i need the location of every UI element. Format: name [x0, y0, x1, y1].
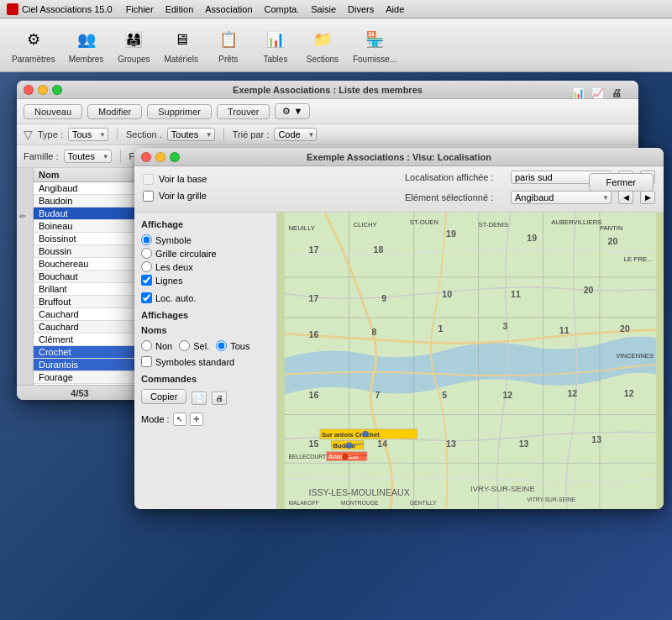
visu-header-controls: Voir la base Voir la grille Localisation…	[134, 166, 664, 213]
supprimer-button[interactable]: Supprimer	[147, 104, 212, 119]
prets-icon: 📋	[215, 26, 242, 53]
svg-text:ST-OUEN: ST-OUEN	[410, 218, 438, 226]
divider-3	[120, 150, 121, 163]
radio-non[interactable]: Non	[141, 340, 172, 351]
famille-select[interactable]: Toutes	[64, 150, 112, 163]
gear-menu-button[interactable]: ⚙ ▼	[275, 103, 310, 119]
menu-divers[interactable]: Divers	[348, 4, 374, 14]
voir-grille-checkbox[interactable]	[143, 191, 154, 202]
visu-maximize-button[interactable]	[170, 152, 180, 162]
famille-label: Famille :	[24, 151, 59, 161]
svg-text:9: 9	[381, 293, 386, 303]
svg-text:13: 13	[519, 439, 529, 449]
tables-icon: 📊	[262, 26, 289, 53]
visu-minimize-button[interactable]	[155, 152, 165, 162]
voir-base-checkbox-label[interactable]: Voir la base	[143, 174, 207, 185]
radio-sel-input[interactable]	[179, 340, 190, 351]
toolbar-btn-sections[interactable]: 📁 Sections	[301, 23, 344, 67]
menu-edition[interactable]: Edition	[165, 4, 194, 14]
loc-auto-checkbox[interactable]: Loc. auto.	[141, 292, 270, 303]
minimize-button[interactable]	[38, 85, 48, 95]
nouveau-button[interactable]: Nouveau	[24, 104, 82, 119]
visu-close-button[interactable]	[141, 152, 151, 162]
fermer-button[interactable]: Fermer	[589, 173, 654, 192]
radio-tous-label: Tous	[230, 341, 249, 351]
menu-fichier[interactable]: Fichier	[126, 4, 154, 14]
element-prev-icon[interactable]: ◀	[618, 191, 633, 204]
affichage-title: Affichage	[141, 219, 270, 229]
radio-symbole[interactable]: Symbole	[141, 234, 270, 245]
bar-chart-icon[interactable]: 📈	[589, 86, 606, 101]
close-button[interactable]	[24, 85, 34, 95]
toolbar-btn-prets[interactable]: 📋 Prêts	[207, 23, 250, 67]
menu-compta[interactable]: Compta.	[265, 4, 300, 14]
symboles-standard-input[interactable]	[141, 356, 152, 367]
svg-text:19: 19	[527, 233, 537, 243]
menu-association[interactable]: Association	[205, 4, 252, 14]
toolbar-btn-materiels[interactable]: 🖥 Matériels	[159, 23, 203, 67]
svg-text:18: 18	[374, 244, 384, 255]
copy-doc-icon[interactable]: 📄	[192, 391, 207, 405]
radio-lignes[interactable]: Lignes	[141, 275, 270, 286]
filter-row-1: ▽ Type : Tous Section . Toutes Trié par …	[17, 124, 638, 145]
toolbar-btn-membres[interactable]: 👥 Membres	[64, 23, 109, 67]
radio-sel[interactable]: Sel.	[179, 340, 209, 351]
radio-non-input[interactable]	[141, 340, 152, 351]
voir-grille-checkbox-label[interactable]: Voir la grille	[143, 191, 207, 202]
svg-text:12: 12	[502, 390, 512, 400]
radio-grille-circulaire[interactable]: Grille circulaire	[141, 248, 270, 259]
toolbar-btn-fournisse[interactable]: 🏪 Fournisse...	[348, 23, 402, 67]
modifier-button[interactable]: Modifier	[87, 104, 142, 119]
radio-tous-input[interactable]	[216, 340, 227, 351]
svg-text:MALAKOFF: MALAKOFF	[289, 500, 319, 506]
radio-les-deux[interactable]: Les deux	[141, 261, 270, 272]
copier-button[interactable]: Copier	[141, 389, 186, 404]
svg-text:16: 16	[309, 329, 319, 339]
sections-label: Sections	[307, 55, 339, 64]
toolbar-btn-groupes[interactable]: 👨‍👩‍👧 Groupes	[112, 23, 155, 67]
element-select-wrap: Angibaud	[511, 191, 612, 204]
section-select-wrap: Toutes	[167, 128, 215, 141]
mode-cursor-icon[interactable]: ↖	[173, 412, 186, 426]
print-visu-icon[interactable]: 🖨	[212, 391, 227, 405]
loc-auto-input[interactable]	[141, 292, 152, 303]
type-select[interactable]: Tous	[68, 128, 108, 141]
chart-icon[interactable]: 📊	[570, 86, 586, 101]
checkbox-lignes-input[interactable]	[141, 275, 152, 286]
section-select[interactable]: Toutes	[167, 128, 215, 141]
radio-tous[interactable]: Tous	[216, 340, 249, 351]
symboles-standard-checkbox[interactable]: Symboles standard	[141, 356, 270, 367]
sections-icon: 📁	[309, 26, 336, 53]
menu-aide[interactable]: Aide	[386, 4, 404, 14]
menu-saisie[interactable]: Saisie	[311, 4, 336, 14]
svg-text:5: 5	[442, 390, 447, 400]
trie-par-select-wrap: Code	[274, 128, 317, 141]
radio-les-deux-input[interactable]	[141, 261, 152, 272]
noms-title: Noms	[141, 325, 270, 335]
svg-text:NEUILLY: NEUILLY	[289, 224, 315, 232]
toolbar-btn-tables[interactable]: 📊 Tables	[254, 23, 297, 67]
print-icon[interactable]: 🖨	[608, 86, 625, 101]
localisation-label: Localisation affichée :	[405, 172, 506, 182]
svg-text:8: 8	[372, 327, 377, 337]
element-select[interactable]: Angibaud	[511, 191, 612, 204]
radio-grille-circulaire-label: Grille circulaire	[155, 249, 217, 259]
svg-text:20: 20	[608, 236, 618, 246]
visu-map[interactable]: 17 18 19 19 20 17 9 10 11 20 16 8 1 3 11…	[277, 213, 664, 509]
element-next-icon[interactable]: ▶	[640, 191, 655, 204]
materiels-icon: 🖥	[168, 26, 195, 53]
svg-text:VINCENNES: VINCENNES	[616, 352, 654, 360]
svg-text:11: 11	[559, 325, 570, 335]
filter-triangle-icon: ▽	[24, 128, 33, 141]
radio-grille-circulaire-input[interactable]	[141, 248, 152, 259]
svg-text:7: 7	[375, 390, 380, 400]
trie-par-select[interactable]: Code	[274, 128, 317, 141]
toolbar-btn-parametres[interactable]: ⚙ Paramètres	[7, 23, 60, 67]
fournisse-icon: 🏪	[361, 26, 388, 53]
voir-base-checkbox[interactable]	[143, 174, 154, 185]
trouver-button[interactable]: Trouver	[217, 104, 270, 119]
maximize-button[interactable]	[52, 85, 62, 95]
mode-crosshair-icon[interactable]: ✛	[190, 412, 203, 426]
voir-base-label: Voir la base	[159, 174, 207, 184]
radio-symbole-input[interactable]	[141, 234, 152, 245]
